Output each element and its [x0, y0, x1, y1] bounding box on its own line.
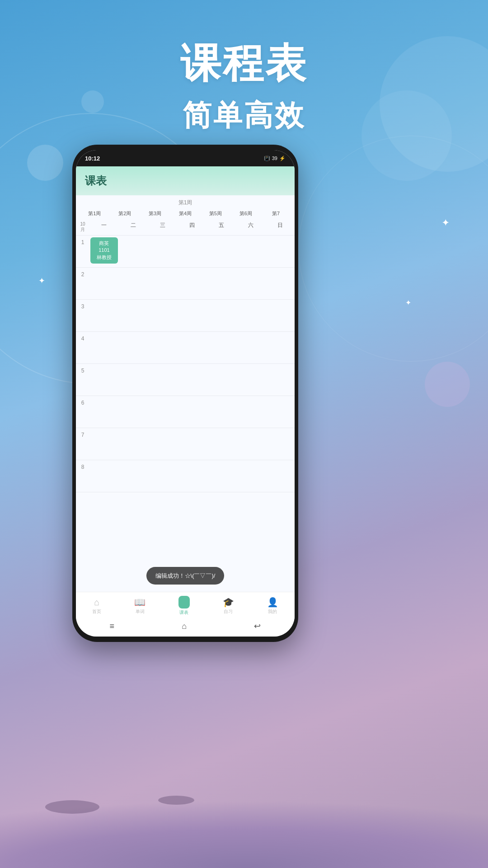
day-wed: 三: [148, 222, 178, 232]
period-row-2: 2: [76, 268, 295, 300]
day-thu: 四: [178, 222, 207, 232]
day-sat: 六: [236, 222, 265, 232]
week-tab-3[interactable]: 第3周: [140, 208, 170, 219]
sys-back-btn[interactable]: ↩: [254, 621, 261, 631]
page-title-section: 课程表 简单高效: [0, 36, 488, 135]
period-row-8: 8: [76, 460, 295, 492]
toast-text: 编辑成功！☆\(￣▽￣)/: [155, 572, 216, 579]
nav-label-home: 首页: [92, 609, 101, 615]
phone-screen: 10:12 📳 39 ⚡ 课表 第1周 第1周 第2周 第3周 第4周 第5周 …: [76, 150, 295, 637]
cell-1-sun[interactable]: [265, 236, 295, 267]
sparkle-star-1: [441, 217, 450, 229]
period-2-num: 2: [76, 268, 89, 278]
nav-item-home[interactable]: ⌂ 首页: [92, 597, 101, 615]
period-4-num: 4: [76, 332, 89, 342]
month-col: 10月: [76, 222, 89, 232]
sparkle-star-2: [405, 298, 411, 307]
system-nav: ≡ ⌂ ↩: [76, 618, 295, 637]
cell-1-thu[interactable]: [178, 236, 207, 267]
period-row-7: 7: [76, 428, 295, 460]
week-tab-2[interactable]: 第2周: [110, 208, 140, 219]
day-fri: 五: [206, 222, 236, 232]
vocab-icon: 📖: [134, 597, 145, 608]
status-bar: 10:12 📳 39 ⚡: [76, 150, 295, 166]
lightning-icon: ⚡: [279, 156, 286, 161]
study-icon: 🎓: [223, 597, 234, 608]
nav-item-profile[interactable]: 👤 我的: [267, 597, 278, 615]
day-tue: 二: [119, 222, 148, 232]
period-5-num: 5: [76, 364, 89, 374]
cell-1-sat[interactable]: [236, 236, 265, 267]
week-tab-6[interactable]: 第6周: [230, 208, 261, 219]
sparkle-star-3: [38, 276, 45, 286]
sys-menu-btn[interactable]: ≡: [110, 622, 115, 631]
course-card-shang-ying[interactable]: 商英 1101 林教授: [90, 237, 118, 264]
phone-mockup: 10:12 📳 39 ⚡ 课表 第1周 第1周 第2周 第3周 第4周 第5周 …: [72, 145, 298, 642]
calendar-grid: 10月 一 二 三 四 五 六 日 1 商英 1101: [76, 219, 295, 560]
day-mon: 一: [89, 222, 119, 232]
nav-label-schedule: 课表: [179, 609, 188, 616]
status-time: 10:12: [85, 155, 100, 162]
week-tabs[interactable]: 第1周 第2周 第3周 第4周 第5周 第6周 第7: [76, 208, 295, 219]
nav-item-study[interactable]: 🎓 自习: [223, 597, 234, 615]
period-7-num: 7: [76, 428, 89, 438]
period-6-num: 6: [76, 396, 89, 406]
sys-home-btn[interactable]: ⌂: [182, 622, 187, 631]
app-header: 课表: [76, 166, 295, 195]
battery-number: 39: [272, 156, 277, 161]
period-row-3: 3: [76, 300, 295, 332]
vibrate-icon: 📳: [264, 156, 270, 161]
home-icon: ⌂: [94, 597, 99, 608]
week-tab-5[interactable]: 第5周: [200, 208, 230, 219]
status-icons: 📳 39 ⚡: [264, 156, 286, 161]
toast-notification: 编辑成功！☆\(￣▽￣)/: [146, 567, 225, 585]
nav-item-schedule[interactable]: ✓ 课表: [178, 596, 190, 616]
current-week-label: 第1周: [76, 195, 295, 208]
cell-1-wed[interactable]: [148, 236, 178, 267]
day-sun: 日: [265, 222, 295, 232]
schedule-check-icon: ✓: [180, 597, 188, 607]
course-room: 1101: [92, 247, 116, 254]
page-title-sub: 简单高效: [0, 96, 488, 135]
period-8-num: 8: [76, 460, 89, 470]
schedule-active-check: ✓: [178, 596, 190, 609]
period-row-1: 1 商英 1101 林教授: [76, 236, 295, 268]
calendar-header-row: 10月 一 二 三 四 五 六 日: [76, 219, 295, 236]
period-1-num: 1: [76, 236, 89, 245]
week-tab-1[interactable]: 第1周: [80, 208, 110, 219]
schedule-content[interactable]: 第1周 第1周 第2周 第3周 第4周 第5周 第6周 第7 10月 一 二 三: [76, 195, 295, 592]
period-row-6: 6: [76, 396, 295, 428]
page-title-main: 课程表: [0, 36, 488, 91]
week-tab-7[interactable]: 第7: [261, 208, 291, 219]
profile-icon: 👤: [267, 597, 278, 608]
period-row-5: 5: [76, 364, 295, 396]
nav-label-study: 自习: [224, 609, 233, 615]
period-3-num: 3: [76, 300, 89, 310]
cell-1-mon[interactable]: 商英 1101 林教授: [89, 236, 119, 267]
week-tab-4[interactable]: 第4周: [170, 208, 201, 219]
nav-item-vocab[interactable]: 📖 单词: [134, 597, 145, 615]
bottom-nav: ⌂ 首页 📖 单词 ✓ 课表 🎓 自习 👤 我的: [76, 592, 295, 618]
app-title: 课表: [85, 174, 286, 188]
nav-label-profile: 我的: [268, 609, 277, 615]
course-name: 商英: [92, 240, 116, 247]
cell-1-fri[interactable]: [206, 236, 236, 267]
course-teacher: 林教授: [92, 254, 116, 261]
toast-container: 编辑成功！☆\(￣▽￣)/: [76, 560, 295, 592]
cell-1-tue[interactable]: [119, 236, 148, 267]
nav-label-vocab: 单词: [136, 609, 145, 615]
cell-2-mon[interactable]: [89, 268, 119, 299]
period-row-4: 4: [76, 332, 295, 364]
